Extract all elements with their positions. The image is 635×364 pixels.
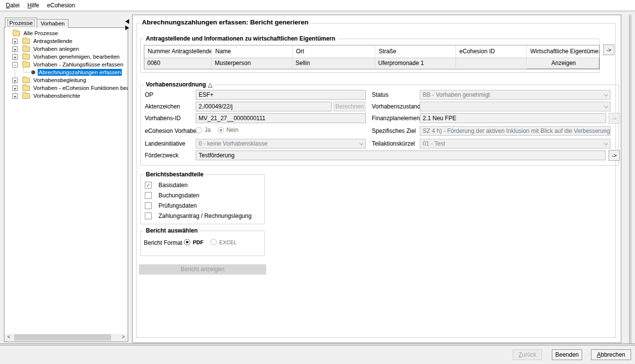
finanzplanelement-arrow-button[interactable]: -> [609, 113, 620, 124]
tree-item-label: Alle Prozesse [23, 30, 59, 37]
tree-item-vorhaben-anlegen[interactable]: + Vorhaben anlegen [4, 45, 128, 53]
abbrechen-button[interactable]: Abbrechen [591, 349, 631, 360]
status-value: BB - Vorhaben genehmigt [423, 91, 490, 98]
applicant-arrow-button[interactable]: -> [603, 44, 614, 55]
checkbox-basisdaten-label: Basisdaten [159, 182, 187, 190]
vorhabenszustand-dropdown[interactable] [420, 102, 611, 111]
vorhabenszuordnung-title: Vorhabenszuordnung△ [144, 81, 214, 88]
berichtsbestandteile-title: Berichtsbestandteile [144, 171, 205, 178]
checkbox-pruefungsdaten[interactable] [145, 202, 152, 209]
table-cell-ecohesion-id [456, 58, 527, 69]
tab-prozesse[interactable]: Prozesse [5, 18, 37, 28]
folder-icon [23, 93, 30, 99]
landesinitiative-dropdown[interactable]: 0 - keine Vorhabensklasse [196, 139, 366, 149]
folder-icon [23, 86, 30, 91]
tree-item-vorhabensbegleitung[interactable]: + Vorhabensbegleitung [4, 76, 128, 84]
teilaktionskuerzel-value: 01 - Test [423, 140, 445, 147]
table-cell-nummer: 0060 [144, 58, 212, 69]
finanzplanelement-field[interactable]: 2.1 Neu FPE [420, 113, 606, 123]
radio-excel[interactable] [210, 239, 217, 245]
tree-item-vorhabensberichte[interactable]: + Vorhabensberichte [4, 92, 128, 100]
page-title: Abrechnungszahlungen erfassen: Bericht g… [140, 19, 311, 26]
folder-icon [23, 46, 30, 52]
beenden-button-label: Beenden [552, 350, 582, 360]
tree-item-alle-prozesse[interactable]: Alle Prozesse [4, 29, 128, 37]
radio-excel-label: EXCEL [219, 239, 237, 245]
checkbox-buchungsdaten[interactable] [145, 192, 152, 199]
expander-plus-icon[interactable]: + [12, 86, 18, 91]
op-field[interactable]: ESF+ [196, 90, 366, 100]
bericht-auswaehlen-title: Bericht auswählen [144, 227, 200, 234]
scroll-right-icon[interactable]: > [119, 334, 127, 341]
tree-item-zahlungsfluesse[interactable]: - Vorhaben - Zahlungsflüsse erfassen [4, 61, 128, 68]
ecohesion-vorhaben-radio-group: Ja Nein [196, 127, 245, 133]
spezifisches-ziel-label: Spezifisches Ziel [372, 128, 416, 135]
vorhabens-id-label: Vorhabens-ID [145, 115, 181, 123]
tree-item-antragstellende[interactable]: + Antragstellende [4, 37, 128, 45]
tree-item-abrechnungszahlungen[interactable]: Abrechnungszahlungen erfassen [4, 68, 128, 76]
tree-item-label: Vorhaben - eCohesion Funktionen bearbeit [32, 85, 128, 91]
checkbox-pruefungsdaten-label: Prüfungsdaten [159, 202, 197, 210]
radio-pdf-label: PDF [193, 239, 204, 245]
teilaktionskuerzel-dropdown[interactable]: 01 - Test [420, 139, 611, 149]
column-header: Name [212, 45, 293, 58]
tree-item-ecohesion-funktionen[interactable]: + Vorhaben - eCohesion Funktionen bearbe… [4, 84, 128, 92]
splitter-expand-right-icon[interactable] [125, 25, 129, 30]
bottom-border-divider [0, 343, 635, 345]
finanzplanelement-label: Finanzplanelement [372, 115, 421, 123]
expander-plus-icon[interactable]: + [12, 78, 18, 83]
aktenzeichen-field[interactable]: 2./00049/22/j [196, 102, 332, 111]
checkbox-zahlungsantrag[interactable] [145, 213, 152, 219]
radio-nein[interactable] [218, 127, 224, 133]
tree-item-vorhaben-genehmigen[interactable]: + Vorhaben genehmigen, bearbeiten [4, 53, 128, 61]
collapse-triangle-icon[interactable]: △ [208, 81, 212, 88]
applicant-table: Nummer Antragstellende Name Ort Straße e… [144, 45, 600, 69]
column-header: Wirtschaftliche Eigentümer [527, 45, 599, 58]
vorhabenszustand-label: Vorhabenszustand [372, 103, 420, 111]
expander-plus-icon[interactable]: + [12, 46, 18, 52]
expander-minus-icon[interactable]: - [12, 62, 18, 67]
status-dropdown[interactable]: BB - Vorhaben genehmigt [420, 90, 611, 100]
bericht-auswaehlen-group: Bericht auswählen Bericht Format PDF EXC… [140, 231, 265, 256]
foerderzweck-label: Förderzweck [145, 152, 179, 160]
applicant-info-group: Antragstellende und Informationen zu wir… [140, 39, 599, 73]
folder-icon [23, 78, 30, 83]
teilaktionskuerzel-label: Teilaktionskürzel [372, 140, 415, 148]
chevron-down-icon [604, 141, 608, 146]
expander-plus-icon[interactable]: + [12, 54, 18, 60]
foerderzweck-field[interactable]: Testförderung [196, 150, 606, 160]
scrollbar-thumb[interactable] [14, 334, 111, 341]
horizontal-scrollbar[interactable]: < > [5, 334, 127, 341]
spezifisches-ziel-value: SZ 4 h) - Förderung der aktiven Inklusio… [423, 128, 611, 134]
radio-nein-label: Nein [227, 127, 239, 133]
radio-pdf[interactable] [184, 239, 190, 245]
vorhabens-id-field[interactable]: MV_21_27__0000000111 [196, 113, 366, 123]
menu-ecohesion[interactable]: eCohesion [43, 0, 79, 10]
expander-plus-icon[interactable]: + [12, 93, 18, 99]
menu-hilfe[interactable]: Hilfe [23, 0, 43, 10]
tab-vorhaben[interactable]: Vorhaben [37, 19, 68, 28]
zurueck-button[interactable]: Zurück [513, 349, 542, 360]
foerderzweck-arrow-button[interactable]: -> [609, 150, 620, 161]
berichtsbestandteile-group: Berichtsbestandteile ✓ Basisdaten Buchun… [140, 174, 265, 224]
expander-plus-icon[interactable]: + [12, 39, 18, 44]
anzeigen-button[interactable]: Anzeigen [527, 58, 599, 69]
tree-item-label: Vorhaben anlegen [32, 45, 80, 52]
spezifisches-ziel-dropdown[interactable]: SZ 4 h) - Förderung der aktiven Inklusio… [420, 126, 611, 136]
splitter-collapse-left-icon[interactable] [125, 19, 129, 24]
column-header: Nummer Antragstellende [144, 45, 212, 58]
menu-datei[interactable]: Datei [2, 0, 23, 10]
tree-item-label: Antragstellende [32, 38, 73, 44]
beenden-button[interactable]: Beenden [552, 349, 582, 360]
op-label: OP [145, 91, 153, 99]
bericht-anzeigen-button[interactable]: Bericht anzeigen [139, 264, 266, 275]
checkbox-buchungsdaten-label: Buchungsdaten [159, 192, 199, 200]
chevron-down-icon [604, 92, 608, 97]
bericht-format-radio-group: PDF EXCEL [184, 239, 244, 245]
checkbox-basisdaten[interactable]: ✓ [145, 182, 152, 189]
radio-ja[interactable] [196, 127, 202, 133]
berechnen-button[interactable]: Berechnen [334, 102, 365, 111]
radio-ja-label: Ja [204, 127, 211, 133]
scroll-left-icon[interactable]: < [5, 334, 13, 341]
zurueck-button-label: Zurück [513, 350, 542, 360]
